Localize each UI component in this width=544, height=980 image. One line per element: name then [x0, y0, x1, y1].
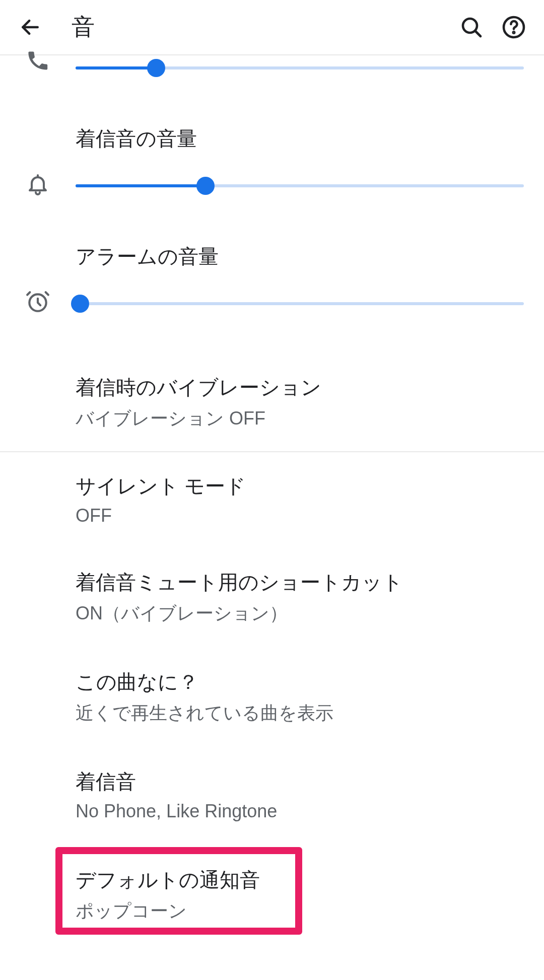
notification-sound-subtitle: ポップコーン [76, 899, 524, 924]
search-button[interactable] [450, 6, 493, 48]
now-playing-item[interactable]: この曲なに？ 近くで再生されている曲を表示 [0, 653, 544, 741]
ring-volume-label: 着信音の音量 [76, 125, 524, 153]
notification-sound-title: デフォルトの通知音 [76, 866, 524, 894]
mute-shortcut-subtitle: ON（バイブレーション） [76, 601, 524, 626]
silent-mode-title: サイレント モード [76, 472, 524, 500]
search-icon [459, 15, 484, 39]
page-title: 音 [72, 12, 450, 43]
phone-icon [26, 48, 50, 73]
notification-sound-item[interactable]: デフォルトの通知音 ポップコーン [0, 849, 544, 941]
alarm-icon [25, 289, 50, 314]
slider-thumb[interactable] [71, 295, 89, 313]
bell-icon [26, 172, 50, 196]
slider-thumb[interactable] [196, 177, 215, 195]
ring-volume-slider[interactable] [76, 176, 524, 196]
mute-shortcut-title: 着信音ミュート用のショートカット [76, 569, 524, 596]
vibration-subtitle: バイブレーション OFF [76, 406, 524, 431]
vibration-title: 着信時のバイブレーション [76, 374, 524, 401]
silent-mode-item[interactable]: サイレント モード OFF [0, 452, 544, 541]
alarm-volume-slider[interactable] [76, 294, 524, 314]
alarm-volume-row: アラームの音量 [0, 243, 544, 328]
slider-thumb[interactable] [147, 59, 165, 77]
back-button[interactable] [9, 6, 51, 48]
ring-volume-row: 着信音の音量 [0, 125, 544, 211]
now-playing-subtitle: 近くで再生されている曲を表示 [76, 701, 524, 726]
slider-track-fill [76, 184, 206, 187]
slider-track-bg [76, 302, 524, 305]
alarm-volume-label: アラームの音量 [76, 243, 524, 270]
ringtone-title: 着信音 [76, 768, 524, 796]
arrow-back-icon [19, 16, 41, 38]
help-button[interactable] [493, 6, 535, 48]
now-playing-title: この曲なに？ [76, 668, 524, 696]
mute-shortcut-item[interactable]: 着信音ミュート用のショートカット ON（バイブレーション） [0, 553, 544, 641]
svg-point-4 [513, 32, 514, 33]
svg-line-2 [475, 31, 481, 36]
silent-mode-subtitle: OFF [76, 505, 524, 526]
notification-sound-wrapper: デフォルトの通知音 ポップコーン [0, 849, 544, 941]
call-volume-slider[interactable] [76, 58, 524, 78]
ringtone-item[interactable]: 着信音 No Phone, Like Ringtone [0, 753, 544, 837]
ringtone-subtitle: No Phone, Like Ringtone [76, 801, 524, 822]
call-volume-row [0, 46, 544, 90]
vibration-item[interactable]: 着信時のバイブレーション バイブレーション OFF [0, 359, 544, 451]
help-icon [502, 15, 526, 39]
slider-track-fill [76, 66, 156, 69]
